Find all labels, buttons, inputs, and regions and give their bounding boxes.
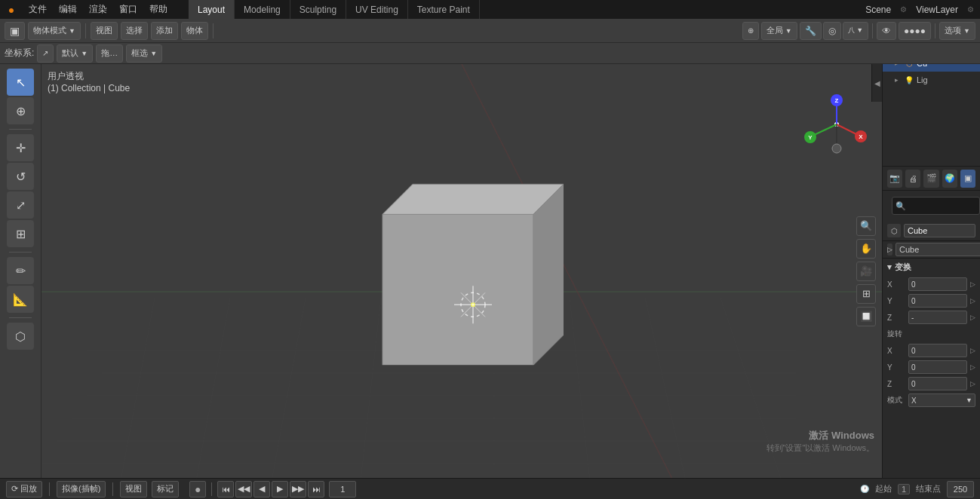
cube-svg bbox=[360, 154, 564, 365]
play-btn[interactable]: ▶ bbox=[272, 481, 288, 497]
mode-icon-btn[interactable]: ▣ bbox=[5, 22, 25, 40]
coord-sys-label: 坐标系: bbox=[5, 47, 34, 60]
rot-y-value[interactable]: 0 bbox=[908, 360, 967, 374]
props-scene-icon[interactable]: 🎬 bbox=[923, 170, 939, 188]
next-btn[interactable]: ▶▶ bbox=[290, 481, 306, 497]
go-last-btn[interactable]: ⏭ bbox=[308, 481, 324, 497]
start-value[interactable]: 1 bbox=[898, 484, 910, 494]
svg-marker-19 bbox=[382, 214, 533, 365]
grid-tool-btn[interactable]: ⊞ bbox=[856, 284, 876, 304]
revert-btn[interactable]: ⟳ 回放 bbox=[6, 481, 42, 497]
viewport-3d[interactable]: 用户透视 (1) Collection | Cube bbox=[41, 64, 882, 478]
tab-texture-paint[interactable]: Texture Paint bbox=[408, 0, 480, 19]
navigation-gizmo[interactable]: Z X Y bbox=[799, 87, 874, 162]
proportional-mode-btn[interactable]: 八 ▼ bbox=[843, 22, 868, 40]
select-tool-btn[interactable]: ↖ bbox=[7, 69, 34, 96]
tab-sculpting[interactable]: Sculpting bbox=[290, 0, 346, 19]
position-x-row: X 0 ▷ bbox=[883, 276, 980, 292]
light-icon: 💡 bbox=[904, 75, 914, 85]
rotation-x-row: X 0 ▷ bbox=[883, 342, 980, 359]
pos-y-expand[interactable]: ▷ bbox=[970, 297, 975, 305]
pos-z-label: Z bbox=[887, 314, 905, 322]
marker-btn[interactable]: 标记 bbox=[152, 481, 179, 497]
vis-btn[interactable]: 👁 bbox=[877, 22, 896, 40]
clock-icon: 🕐 bbox=[860, 485, 869, 493]
props-world-icon[interactable]: 🌍 bbox=[942, 170, 957, 188]
second-toolbar: ▣ 物体模式 ▼ 视图 选择 添加 物体 ⊕ 全局 ▼ 🔧 ◎ 八 ▼ 👁 ●●… bbox=[0, 19, 980, 43]
coord-default-dropdown[interactable]: 默认 ▼ bbox=[57, 44, 93, 63]
drag-btn[interactable]: 拖… bbox=[96, 44, 123, 63]
menu-edit[interactable]: 编辑 bbox=[53, 0, 83, 19]
frame-input[interactable] bbox=[329, 481, 356, 497]
props-transform-header[interactable]: ▾ 变换 bbox=[883, 259, 980, 276]
cube-object bbox=[360, 154, 564, 367]
panel-collapse-btn[interactable]: ◀ bbox=[871, 64, 882, 102]
mode-value[interactable]: X ▼ bbox=[908, 393, 975, 407]
menu-window[interactable]: 窗口 bbox=[113, 0, 143, 19]
props-render-icon[interactable]: 📷 bbox=[887, 170, 902, 188]
keyframe-btn[interactable]: 拟像(插帧) bbox=[57, 481, 106, 497]
camera-tool-btn[interactable]: 🎥 bbox=[856, 262, 876, 281]
snap-btn[interactable]: 🔧 bbox=[800, 22, 822, 40]
rot-x-expand[interactable]: ▷ bbox=[970, 347, 975, 354]
shading-dots-btn[interactable]: ●●●● bbox=[899, 22, 931, 40]
select-btn[interactable]: 选择 bbox=[121, 22, 148, 40]
cursor-tool-btn[interactable]: ⊕ bbox=[7, 97, 34, 124]
prev-frame-btn[interactable]: ◀◀ bbox=[235, 481, 252, 497]
pos-z-value[interactable]: - bbox=[908, 311, 967, 324]
transform-btn[interactable]: ⊕ bbox=[742, 22, 759, 40]
menu-file[interactable]: 文件 bbox=[23, 0, 53, 19]
props-search-input[interactable] bbox=[892, 197, 980, 215]
go-first-btn[interactable]: ⏮ bbox=[217, 481, 234, 497]
properties-panel: 📷 🖨 🎬 🌍 ▣ ⬡ ▷ ▾ 变换 X 0 ▷ Y 0 ▷ Z - ▷ 旋转 bbox=[882, 166, 980, 499]
keyframe-dot-btn[interactable]: ● bbox=[189, 481, 206, 497]
menu-render[interactable]: 渲染 bbox=[83, 0, 113, 19]
bottom-sep-3 bbox=[211, 482, 212, 496]
add-btn[interactable]: 添加 bbox=[151, 22, 178, 40]
blender-logo: ● bbox=[0, 0, 23, 19]
transform-tool-btn[interactable]: ⊞ bbox=[7, 220, 34, 247]
viewport-right-tools: 🔍 ✋ 🎥 ⊞ 🔲 bbox=[856, 216, 876, 326]
rotate-tool-btn[interactable]: ↺ bbox=[7, 163, 34, 190]
props-data-name-input[interactable] bbox=[896, 243, 980, 256]
props-obj-icon[interactable]: ▣ bbox=[960, 170, 975, 188]
tab-uv-editing[interactable]: UV Editing bbox=[346, 0, 408, 19]
proportional-btn[interactable]: ◎ bbox=[823, 22, 841, 40]
pos-x-expand[interactable]: ▷ bbox=[970, 280, 975, 288]
select-mode-dropdown[interactable]: 框选 ▼ bbox=[126, 44, 162, 63]
rot-y-label: Y bbox=[887, 363, 905, 372]
overlay-tool-btn[interactable]: 🔲 bbox=[856, 307, 876, 326]
object-mode-dropdown[interactable]: 物体模式 ▼ bbox=[28, 22, 81, 40]
object-btn[interactable]: 物体 bbox=[181, 22, 208, 40]
scale-tool-btn[interactable]: ⤢ bbox=[7, 191, 34, 219]
end-value-input[interactable] bbox=[947, 481, 974, 497]
global-btn[interactable]: 全局 ▼ bbox=[761, 22, 797, 40]
viewlayer-label: ViewLayer bbox=[910, 5, 964, 15]
zoom-tool-btn[interactable]: 🔍 bbox=[856, 216, 876, 236]
rot-x-value[interactable]: 0 bbox=[908, 344, 967, 357]
coord-icon-btn[interactable]: ↗ bbox=[37, 44, 54, 63]
rot-z-value[interactable]: 0 bbox=[908, 377, 967, 390]
pos-z-expand[interactable]: ▷ bbox=[970, 314, 975, 321]
pan-tool-btn[interactable]: ✋ bbox=[856, 239, 876, 259]
props-object-name-input[interactable] bbox=[904, 224, 975, 237]
move-tool-btn[interactable]: ✛ bbox=[7, 134, 34, 161]
outliner-item-light[interactable]: ▸ 💡 Lig bbox=[883, 72, 980, 88]
view-btn[interactable]: 视图 bbox=[91, 22, 118, 40]
menu-help[interactable]: 帮助 bbox=[143, 0, 174, 19]
rot-y-expand[interactable]: ▷ bbox=[970, 363, 975, 371]
view-btn-bottom[interactable]: 视图 bbox=[120, 481, 147, 497]
add-cube-tool-btn[interactable]: ⬡ bbox=[7, 323, 34, 350]
props-output-icon[interactable]: 🖨 bbox=[905, 170, 920, 188]
tab-layout[interactable]: Layout bbox=[189, 0, 235, 19]
measure-tool-btn[interactable]: 📐 bbox=[7, 286, 34, 313]
scene-label: Scene bbox=[859, 5, 897, 15]
pos-x-value[interactable]: 0 bbox=[908, 277, 967, 291]
pos-y-value[interactable]: 0 bbox=[908, 294, 967, 308]
options-btn[interactable]: 选项 ▼ bbox=[939, 22, 975, 40]
rot-z-expand[interactable]: ▷ bbox=[970, 380, 975, 387]
prev-btn[interactable]: ◀ bbox=[253, 481, 270, 497]
props-data-row: ▷ bbox=[883, 241, 980, 259]
tab-modeling[interactable]: Modeling bbox=[235, 0, 290, 19]
annotate-tool-btn[interactable]: ✏ bbox=[7, 257, 34, 284]
